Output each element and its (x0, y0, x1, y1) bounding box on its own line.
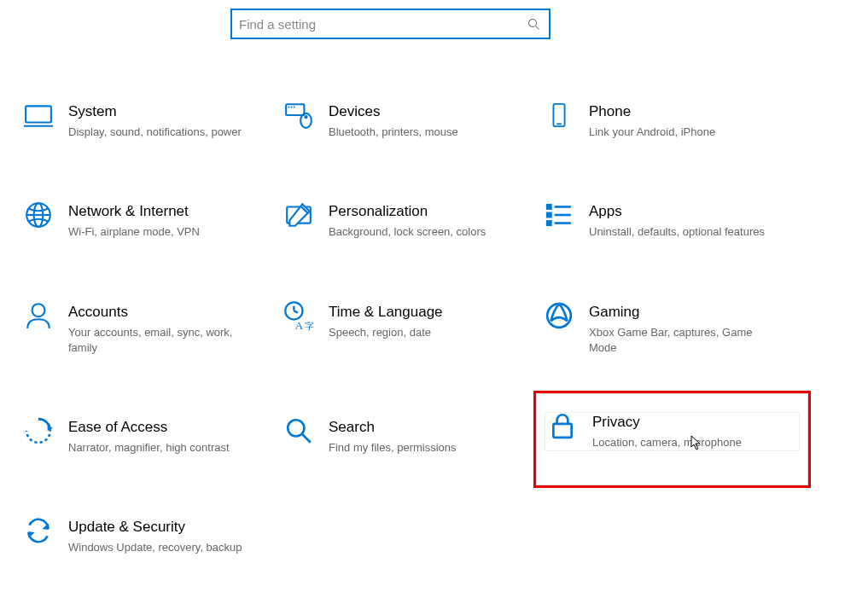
tile-desc: Uninstall, defaults, optional features (589, 224, 765, 240)
gaming-icon (542, 299, 576, 333)
tile-title: Devices (329, 102, 458, 121)
tile-desc: Narrator, magnifier, high contrast (68, 440, 230, 456)
svg-rect-2 (26, 106, 51, 122)
tile-desc: Wi-Fi, airplane mode, VPN (68, 224, 200, 240)
tile-title: Privacy (592, 413, 742, 432)
tile-network[interactable]: Network & Internet Wi-Fi, airplane mode,… (21, 199, 282, 243)
tile-desc: Windows Update, recovery, backup (68, 540, 242, 555)
devices-icon (282, 98, 316, 132)
tile-devices[interactable]: Devices Bluetooth, printers, mouse (282, 99, 542, 143)
tile-time-language[interactable]: A 字 Time & Language Speech, region, date (282, 299, 542, 359)
accounts-icon (21, 299, 55, 333)
svg-point-23 (32, 304, 45, 316)
tile-gaming[interactable]: Gaming Xbox Game Bar, captures, Game Mod… (542, 299, 802, 359)
tile-desc: Location, camera, microphone (592, 435, 742, 450)
time-language-icon: A 字 (282, 299, 316, 333)
privacy-icon (545, 409, 580, 443)
search-input[interactable] (239, 17, 526, 32)
tile-desc: Find my files, permissions (329, 440, 457, 456)
svg-marker-34 (42, 524, 48, 530)
tile-title: Accounts (68, 303, 248, 322)
svg-rect-10 (553, 104, 564, 126)
tile-title: Update & Security (68, 518, 242, 537)
tile-title: Network & Internet (68, 202, 200, 221)
svg-line-26 (294, 311, 298, 312)
tile-ease-of-access[interactable]: Ease of Access Narrator, magnifier, high… (21, 415, 282, 459)
tile-desc: Your accounts, email, sync, work, family (68, 325, 248, 356)
svg-rect-19 (547, 222, 551, 225)
update-security-icon (21, 514, 55, 548)
tile-title: System (68, 102, 242, 121)
svg-text:A: A (295, 318, 304, 330)
settings-grid: System Display, sound, notifications, po… (21, 99, 868, 560)
svg-text:字: 字 (305, 320, 314, 330)
svg-line-32 (302, 434, 311, 443)
svg-rect-17 (547, 206, 551, 209)
svg-point-31 (288, 420, 304, 436)
tile-apps[interactable]: Apps Uninstall, defaults, optional featu… (542, 199, 802, 243)
tile-desc: Speech, region, date (329, 325, 443, 340)
apps-icon (542, 198, 576, 232)
tile-search[interactable]: Search Find my files, permissions (282, 415, 542, 459)
tile-title: Personalization (329, 202, 486, 221)
personalization-icon (282, 198, 316, 232)
tile-desc: Background, lock screen, colors (329, 224, 486, 240)
svg-point-0 (529, 19, 537, 26)
tile-title: Phone (589, 102, 715, 121)
tile-title: Time & Language (329, 303, 443, 322)
phone-icon (542, 98, 576, 132)
tile-title: Ease of Access (68, 418, 230, 437)
tile-privacy-highlight: Privacy Location, camera, microphone (542, 415, 802, 459)
svg-rect-4 (286, 104, 304, 115)
tile-desc: Xbox Game Bar, captures, Game Mode (589, 325, 768, 356)
tile-title: Search (329, 418, 457, 437)
tile-title: Apps (589, 202, 765, 221)
globe-icon (21, 198, 55, 232)
tile-phone[interactable]: Phone Link your Android, iPhone (542, 99, 802, 143)
svg-point-9 (305, 116, 306, 118)
system-icon (21, 98, 55, 132)
search-container (230, 9, 868, 39)
tile-desc: Bluetooth, printers, mouse (329, 125, 458, 140)
tile-desc: Display, sound, notifications, power (68, 125, 242, 140)
ease-of-access-icon (21, 414, 55, 448)
tile-system[interactable]: System Display, sound, notifications, po… (21, 99, 282, 143)
tile-accounts[interactable]: Accounts Your accounts, email, sync, wor… (21, 299, 282, 359)
svg-point-29 (547, 304, 571, 328)
svg-line-1 (536, 26, 539, 29)
svg-rect-33 (553, 424, 571, 438)
svg-rect-18 (547, 213, 551, 217)
search-box[interactable] (230, 9, 551, 39)
tile-privacy[interactable]: Privacy Location, camera, microphone (545, 412, 800, 451)
tile-title: Gaming (589, 303, 768, 322)
svg-marker-35 (28, 531, 34, 537)
tile-personalization[interactable]: Personalization Background, lock screen,… (282, 199, 542, 243)
tile-update-security[interactable]: Update & Security Windows Update, recove… (21, 514, 282, 559)
search-category-icon (282, 414, 316, 448)
tile-desc: Link your Android, iPhone (589, 125, 715, 140)
search-icon (526, 15, 542, 32)
